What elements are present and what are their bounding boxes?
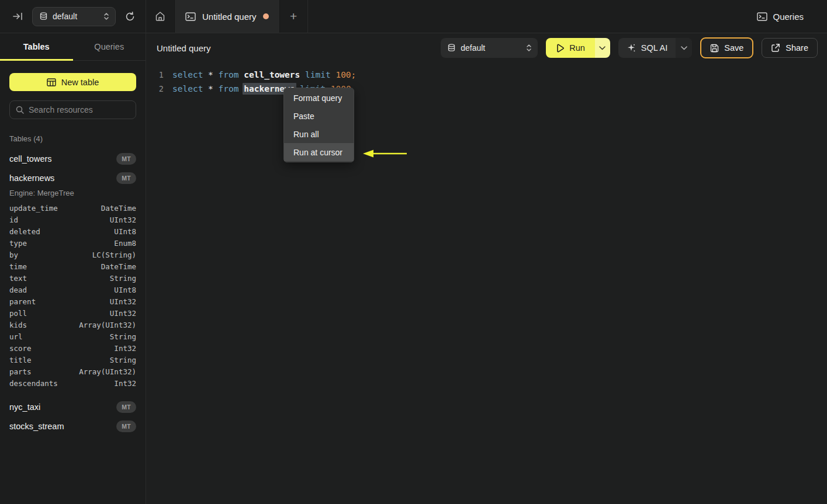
column-row: byLC(String) (0, 249, 146, 260)
share-button-label: Share (786, 43, 808, 53)
column-type: String (110, 356, 136, 364)
column-name: type (9, 239, 27, 248)
save-button[interactable]: Save (700, 37, 753, 58)
query-terminal-icon (185, 12, 196, 21)
line-number: 2 (151, 84, 164, 93)
top-bar: default (0, 0, 827, 33)
table-row[interactable]: stocks_streamMT (0, 416, 146, 436)
editor-context-menu: Format queryPasteRun allRun at cursor (283, 88, 354, 162)
column-type: DateTime (101, 262, 136, 271)
context-menu-item-run-at-cursor[interactable]: Run at cursor (284, 143, 354, 161)
share-button[interactable]: Share (762, 38, 818, 58)
plus-icon: + (290, 9, 297, 23)
code-line: 1select * from cell_towers limit 100; (146, 68, 827, 82)
queries-button[interactable]: Queries (757, 12, 804, 22)
column-type: String (110, 274, 136, 283)
run-options-caret[interactable] (595, 38, 610, 58)
column-type: Int32 (114, 379, 136, 388)
context-menu-item-run-all[interactable]: Run all (284, 125, 354, 143)
sql-ai-split-button: SQL AI (618, 38, 692, 58)
collapse-sidebar-icon (13, 12, 23, 20)
sql-ai-button[interactable]: SQL AI (618, 38, 676, 58)
column-type: String (110, 332, 136, 341)
tab-label: Untitled query (202, 12, 257, 22)
query-title: Untitled query (157, 43, 211, 53)
column-row: typeEnum8 (0, 237, 146, 249)
sql-ai-caret[interactable] (676, 38, 692, 58)
refresh-icon (125, 12, 135, 22)
new-table-button[interactable]: New table (9, 73, 136, 91)
table-row[interactable]: hackernewsMT (0, 168, 146, 187)
run-split-button: Run (546, 38, 610, 58)
context-menu-item-paste[interactable]: Paste (284, 107, 354, 125)
table-engine-badge: MT (116, 420, 136, 432)
refresh-button[interactable] (123, 9, 137, 24)
column-name: descendants (9, 379, 58, 388)
table-engine-label: Engine: MergeTree (0, 187, 146, 202)
column-row: textString (0, 272, 146, 284)
database-icon (448, 44, 455, 53)
column-row: deletedUInt8 (0, 225, 146, 237)
chevron-updown-icon (526, 44, 532, 52)
column-name: text (9, 274, 27, 283)
home-button[interactable] (146, 0, 174, 33)
tab-untitled-query[interactable]: Untitled query (174, 0, 280, 33)
toolbar-database-selector[interactable]: default (441, 38, 538, 58)
column-row: pollUInt32 (0, 307, 146, 319)
column-row: deadUInt8 (0, 284, 146, 296)
code-token: * (203, 70, 218, 79)
search-box (9, 100, 136, 119)
line-number: 1 (151, 70, 164, 79)
column-type: UInt8 (114, 286, 136, 294)
sidebar-tab-tables[interactable]: Tables (0, 33, 73, 60)
column-row: timeDateTime (0, 260, 146, 272)
code-line: 2select * from hackernews limit 1000 (146, 82, 827, 96)
table-name: cell_towers (9, 154, 52, 164)
column-name: time (9, 262, 27, 271)
database-icon (40, 12, 47, 21)
chevron-down-icon (681, 46, 687, 50)
search-input[interactable] (29, 105, 134, 114)
code-lines: 1select * from cell_towers limit 100;2se… (146, 68, 827, 96)
column-name: url (9, 332, 23, 341)
column-name: dead (9, 286, 27, 294)
column-row: partsArray(UInt32) (0, 366, 146, 377)
column-type: UInt32 (110, 297, 136, 306)
code-token (300, 70, 305, 79)
table-row[interactable]: nyc_taxiMT (0, 397, 146, 416)
code-token (239, 70, 244, 79)
table-name: stocks_stream (9, 422, 64, 431)
column-name: update_time (9, 204, 58, 213)
column-row: descendantsInt32 (0, 377, 146, 389)
table-columns: update_timeDateTimeidUInt32deletedUInt8t… (0, 202, 146, 397)
column-name: by (9, 251, 18, 259)
column-row: titleString (0, 354, 146, 366)
column-name: parts (9, 367, 32, 376)
column-name: deleted (9, 227, 40, 236)
column-type: LC(String) (92, 251, 136, 259)
column-row: update_timeDateTime (0, 202, 146, 214)
new-tab-button[interactable]: + (280, 0, 308, 33)
topbar-database-selector[interactable]: default (32, 7, 116, 26)
collapse-sidebar-button[interactable] (11, 10, 25, 23)
table-name: hackernews (9, 173, 54, 183)
context-menu-item-format-query[interactable]: Format query (284, 89, 354, 107)
tab-strip: Untitled query + (146, 0, 308, 33)
column-type: Array(UInt32) (79, 321, 136, 329)
sidebar-tab-queries[interactable]: Queries (73, 33, 146, 60)
code-token: * (203, 84, 218, 93)
run-button[interactable]: Run (546, 38, 595, 58)
table-engine-badge: MT (116, 172, 136, 184)
column-name: poll (9, 309, 27, 318)
column-type: Enum8 (114, 239, 136, 248)
table-row[interactable]: cell_towersMT (0, 149, 146, 168)
topbar-right-section: Queries (757, 0, 827, 33)
save-floppy-icon (710, 44, 719, 53)
toolbar-controls: default (441, 37, 818, 58)
sql-editor[interactable]: 1select * from cell_towers limit 100;2se… (146, 62, 827, 504)
play-icon (556, 44, 564, 53)
run-button-label: Run (569, 43, 585, 53)
unsaved-changes-dot (263, 13, 269, 19)
column-type: UInt32 (110, 215, 136, 224)
column-name: kids (9, 321, 27, 329)
